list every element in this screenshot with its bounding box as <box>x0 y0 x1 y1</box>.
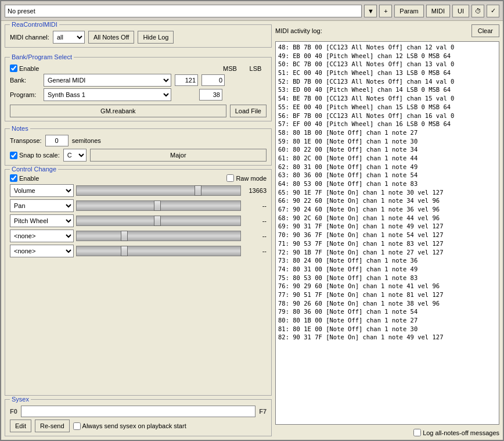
sysex-input[interactable] <box>21 406 255 417</box>
sysex-edit-btn[interactable]: Edit <box>10 420 31 432</box>
param-btn[interactable]: Param <box>394 5 423 17</box>
program-number-input[interactable] <box>199 89 222 101</box>
log-line: 69: 90 31 7F [Note On] chan 1 note 49 ve… <box>278 222 496 231</box>
log-line: 57: EF 00 40 [Pitch Wheel] chan 16 LSB 0… <box>278 120 496 128</box>
scale-btn[interactable]: Major <box>90 149 267 162</box>
midi-channel-label: MIDI channel: <box>10 34 49 41</box>
bank-dropdown[interactable]: General MIDI <box>44 74 171 87</box>
midi-log-title: MIDI activity log: <box>275 27 322 34</box>
cc-dropdown-2[interactable]: Pitch Wheel <box>10 214 74 227</box>
log-line: 80: 80 1B 00 [Note Off] chan 1 note 27 <box>278 316 496 325</box>
cc-value-1: -- <box>243 202 267 209</box>
cc-slider-thumb-2[interactable] <box>154 216 161 226</box>
bank-label: Bank: <box>10 77 40 84</box>
cc-slider-track-0[interactable] <box>76 185 241 196</box>
load-file-btn[interactable]: Load File <box>230 105 267 117</box>
bank-program-section: Bank/Program Select Enable MSB LSB Bank:… <box>5 57 272 121</box>
snap-row: Snap to scale: C Major <box>10 149 267 162</box>
log-line: 75: 80 53 00 [Note Off] chan 1 note 83 <box>278 274 496 282</box>
cc-value-3: -- <box>243 232 267 239</box>
check-btn[interactable]: ✓ <box>487 5 499 17</box>
lsb-header: LSB <box>244 65 267 72</box>
cc-enable-label[interactable]: Enable <box>10 174 39 182</box>
bank-enable-label[interactable]: Enable <box>10 64 39 72</box>
clock-btn[interactable]: ⏱ <box>471 5 484 17</box>
preset-input[interactable] <box>5 5 362 17</box>
midi-btn[interactable]: MIDI <box>426 5 450 17</box>
log-line: 56: BF 7B 00 [CC123 All Notes Off] chan … <box>278 112 496 120</box>
log-line: 53: ED 00 40 [Pitch Wheel] chan 14 LSB 0… <box>278 85 496 94</box>
bank-msb-input[interactable] <box>175 74 198 86</box>
cc-dropdown-0[interactable]: Volume <box>10 184 74 197</box>
sysex-input-row: F0 F7 <box>10 406 267 417</box>
dropdown-arrow-btn[interactable]: ▼ <box>364 5 377 17</box>
cc-slider-track-2[interactable] <box>76 216 241 226</box>
control-change-section: Control Change Enable Raw mode Volume <box>5 169 272 396</box>
always-send-label[interactable]: Always send sysex on playback start <box>73 422 186 430</box>
log-line: 63: 80 36 00 [Note Off] chan 1 note 54 <box>278 171 496 180</box>
transpose-input[interactable] <box>45 135 69 146</box>
transpose-row: Transpose: semitones <box>10 135 267 146</box>
gm-reabank-btn[interactable]: GM.reabank <box>10 105 226 117</box>
cc-slider-track-3[interactable] <box>76 231 241 241</box>
sysex-resend-btn[interactable]: Re-send <box>35 420 70 432</box>
log-line: 71: 90 53 7F [Note On] chan 1 note 83 ve… <box>278 239 496 248</box>
log-line: 72: 90 1B 7F [Note On] chan 1 note 27 ve… <box>278 248 496 257</box>
program-dropdown[interactable]: Synth Bass 1 <box>44 88 171 101</box>
cc-slider-row-1: Pan -- <box>10 199 267 212</box>
cc-slider-track-4[interactable] <box>76 246 241 256</box>
cc-dropdown-4[interactable]: <none> <box>10 245 74 257</box>
log-line: 64: 80 53 00 [Note Off] chan 1 note 83 <box>278 180 496 188</box>
reacontrolmidi-title: ReaControlMIDI <box>10 21 59 28</box>
cc-slider-row-2: Pitch Wheel -- <box>10 214 267 227</box>
midi-channel-row: MIDI channel: all All Notes Off Hide Log <box>10 31 267 44</box>
cc-slider-row-4: <none> -- <box>10 245 267 257</box>
raw-mode-checkbox[interactable] <box>226 174 234 182</box>
right-panel: MIDI activity log: Clear 48: BB 7B 00 [C… <box>275 24 499 436</box>
cc-slider-thumb-1[interactable] <box>154 200 161 211</box>
notes-title: Notes <box>10 125 30 132</box>
cc-dropdown-1[interactable]: Pan <box>10 199 74 212</box>
log-line: 65: 90 1E 7F [Note On] chan 1 note 30 ve… <box>278 188 496 197</box>
content-area: ReaControlMIDI MIDI channel: all All Not… <box>1 21 503 440</box>
cc-enable-checkbox[interactable] <box>10 174 17 182</box>
bank-enable-checkbox[interactable] <box>10 64 17 72</box>
always-send-checkbox[interactable] <box>73 422 81 430</box>
cc-slider-thumb-3[interactable] <box>121 231 128 241</box>
key-dropdown[interactable]: C <box>63 149 87 162</box>
msb-header: MSB <box>219 65 241 72</box>
log-line: 60: 80 22 00 [Note Off] chan 1 note 34 <box>278 145 496 154</box>
log-line: 82: 90 31 7F [Note On] chan 1 note 49 ve… <box>278 333 496 342</box>
clear-btn[interactable]: Clear <box>471 24 499 37</box>
cc-title: Control Change <box>10 166 58 173</box>
log-line: 68: 90 2C 60 [Note On] chan 1 note 44 ve… <box>278 214 496 223</box>
sysex-f0-label: F0 <box>10 408 17 415</box>
log-line: 61: 80 2C 00 [Note Off] chan 1 note 44 <box>278 154 496 163</box>
raw-mode-label[interactable]: Raw mode <box>226 174 267 182</box>
cc-slider-thumb-4[interactable] <box>121 246 128 256</box>
bank-lsb-input[interactable] <box>201 74 225 86</box>
snap-checkbox[interactable] <box>10 152 17 159</box>
midi-channel-dropdown[interactable]: all <box>53 31 85 44</box>
log-line: 59: 80 1E 00 [Note Off] chan 1 note 30 <box>278 137 496 146</box>
midi-log-area[interactable]: 48: BB 7B 00 [CC123 All Notes Off] chan … <box>275 41 499 425</box>
snap-label[interactable]: Snap to scale: <box>10 152 60 159</box>
log-line: 49: EB 00 40 [Pitch Wheel] chan 12 LSB 0… <box>278 52 496 60</box>
cc-slider-track-1[interactable] <box>76 200 241 211</box>
cc-slider-thumb-0[interactable] <box>195 185 201 196</box>
cc-dropdown-3[interactable]: <none> <box>10 230 74 242</box>
all-notes-off-btn[interactable]: All Notes Off <box>88 31 135 44</box>
add-preset-btn[interactable]: + <box>379 5 392 17</box>
cc-value-0: 13663 <box>243 187 267 194</box>
log-line: 73: 80 24 00 [Note Off] chan 1 note 36 <box>278 256 496 265</box>
log-line: 54: BE 7B 00 [CC123 All Notes Off] chan … <box>278 94 496 103</box>
sysex-f7-label: F7 <box>259 408 267 415</box>
log-line: 48: BB 7B 00 [CC123 All Notes Off] chan … <box>278 43 496 52</box>
sysex-title: Sysex <box>10 396 31 403</box>
log-all-notes-label[interactable]: Log all-notes-off messages <box>413 429 499 436</box>
ui-btn[interactable]: UI <box>452 5 469 17</box>
program-row: Program: Synth Bass 1 <box>10 88 267 101</box>
hide-log-btn[interactable]: Hide Log <box>138 31 174 44</box>
log-footer: Log all-notes-off messages <box>275 429 499 436</box>
log-all-notes-checkbox[interactable] <box>413 429 421 436</box>
